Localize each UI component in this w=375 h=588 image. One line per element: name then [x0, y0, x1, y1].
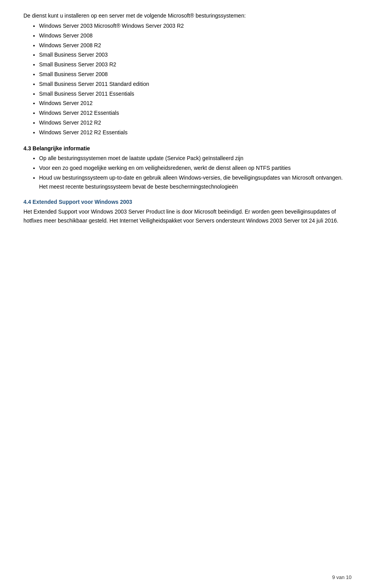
list-item: Windows Server 2012 R2 — [39, 118, 352, 128]
page-number: 9 van 10 — [332, 574, 352, 580]
list-item: Small Business Server 2003 — [39, 50, 352, 60]
list-item: Voor een zo goed mogelijke werking en om… — [39, 164, 352, 172]
section-44-heading: 4.4 Extended Support voor Windows 2003 — [23, 199, 352, 205]
list-item: Windows Server 2008 R2 — [39, 41, 352, 50]
section-43-heading: 4.3 Belangrijke informatie — [23, 145, 352, 151]
page-footer: 9 van 10 — [332, 574, 352, 580]
list-item: Small Business Server 2003 R2 — [39, 60, 352, 69]
list-item: Windows Server 2012 R2 Essentials — [39, 128, 352, 137]
section-44-text: Het Extended Support voor Windows 2003 S… — [23, 207, 352, 225]
list-item: Small Business Server 2008 — [39, 70, 352, 79]
list-item: Op alle besturingssystemen moet de laats… — [39, 154, 352, 162]
list-item: Windows Server 2012 — [39, 99, 352, 108]
section-44: 4.4 Extended Support voor Windows 2003 H… — [23, 199, 352, 225]
list-item: Windows Server 2008 — [39, 31, 352, 41]
list-item: Small Business Server 2011 Essentials — [39, 89, 352, 99]
section-43-list: Op alle besturingssystemen moet de laats… — [39, 154, 352, 191]
page-container: De dienst kunt u installeren op een serv… — [0, 0, 375, 588]
list-item: Windows Server 2012 Essentials — [39, 109, 352, 118]
server-list: Windows Server 2003 Microsoft® Windows S… — [39, 21, 352, 137]
list-item: Windows Server 2003 Microsoft® Windows S… — [39, 21, 352, 31]
intro-text: De dienst kunt u installeren op een serv… — [23, 12, 352, 20]
section-43: 4.3 Belangrijke informatie Op alle bestu… — [23, 145, 352, 191]
list-item: Houd uw besturingssysteem up-to-date en … — [39, 173, 352, 191]
list-item: Small Business Server 2011 Standard edit… — [39, 80, 352, 89]
